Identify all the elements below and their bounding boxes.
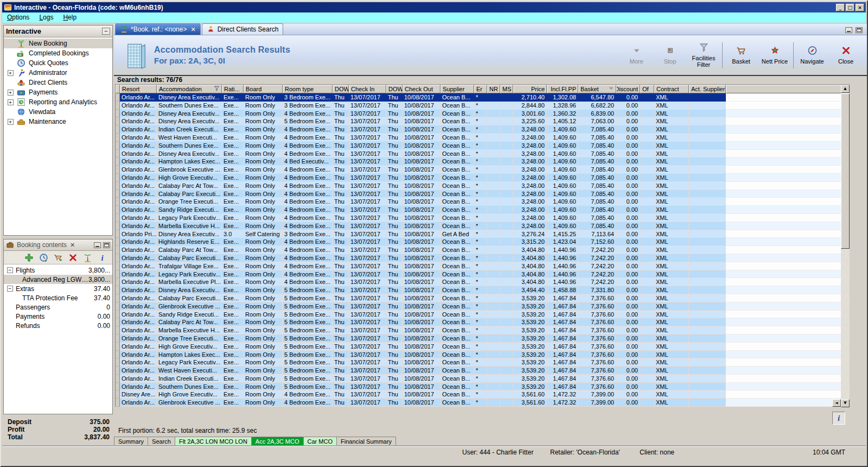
table-row[interactable]: Orlando Ar...Trafalgar Village Exe...Exe… [116, 262, 841, 270]
row-selector[interactable] [116, 157, 120, 166]
table-row[interactable]: Orlando Ar...Sandy Ridge Executi...Exe..… [116, 311, 841, 319]
table-row[interactable]: Orlando Ar...Southern Dunes Exe...Exe...… [116, 102, 841, 110]
column-header-check-in[interactable]: Check In [349, 85, 386, 93]
row-selector[interactable] [116, 206, 120, 214]
row-selector[interactable] [116, 294, 120, 302]
sidebar-item-completed-bookings[interactable]: Completed Bookings [4, 48, 112, 58]
move-to-basket-icon[interactable] [54, 253, 63, 262]
row-selector[interactable] [116, 134, 120, 142]
row-selector[interactable] [116, 230, 120, 238]
booking-item-payments[interactable]: Payments0.00 [4, 312, 112, 321]
column-header-act-supplier[interactable]: Act. Supplier [689, 85, 726, 93]
table-row[interactable]: Orlando Ar...High Grove Executiv...Exe..… [116, 174, 841, 182]
row-selector[interactable] [116, 270, 120, 279]
booking-item-passengers[interactable]: Passengers0 [4, 302, 112, 312]
sidebar-item-viewdata[interactable]: Viewdata [4, 107, 112, 117]
row-selector[interactable] [116, 286, 120, 294]
table-row[interactable]: Orlando Ar...Glenbrook Executive ...Exe.… [116, 399, 841, 407]
table-row[interactable]: Orlando Ar...Glenbrook Executive ...Exe.… [116, 166, 841, 174]
facilities-filter-button[interactable]: Facilities Filter [687, 41, 720, 70]
row-selector[interactable] [116, 375, 120, 383]
sidebar-item-quick-quotes[interactable]: Quick Quotes [4, 58, 112, 68]
row-selector[interactable] [116, 110, 120, 118]
table-row[interactable]: Orlando Ar...Hampton Lakes Exec...Exe...… [116, 351, 841, 359]
expand-icon[interactable]: + [8, 119, 14, 125]
table-row[interactable]: Orlando Ar...Highlands Reserve E...Exe..… [116, 238, 841, 246]
sidebar-item-new-booking[interactable]: New Booking [4, 39, 112, 48]
column-header-board[interactable]: Board [244, 85, 283, 93]
menu-item-help[interactable]: Help [58, 12, 81, 22]
sidebar-item-direct-clients[interactable]: Direct Clients [4, 78, 112, 87]
menu-item-options[interactable]: Options [2, 12, 34, 22]
subtab-acc-2a-3c-mco[interactable]: Acc 2A,3C MCO [251, 437, 304, 446]
table-row[interactable]: Orlando Ar...Sandy Ridge Executi...Exe..… [116, 206, 841, 214]
close-window-button[interactable]: × [856, 4, 864, 11]
holiday-icon[interactable] [83, 253, 92, 262]
column-header-resort[interactable]: Resort [120, 85, 157, 93]
table-row[interactable]: Orlando Ar...Calabay Parc At Tow...Exe..… [116, 246, 841, 254]
scroll-down-button[interactable]: ▼ [841, 399, 850, 407]
row-selector[interactable] [116, 174, 120, 182]
table-row[interactable]: Orlando Ar...Disney Area Executiv...Exe.… [116, 150, 841, 158]
row-selector[interactable] [116, 326, 120, 335]
filter-funnel-icon[interactable] [214, 85, 220, 93]
sidebar-item-administrator[interactable]: +Administrator [4, 68, 112, 78]
column-header-nr[interactable]: NR [487, 85, 500, 93]
delete-icon[interactable] [68, 253, 78, 262]
table-row[interactable]: Orlando Ar...Legacy Park Executiv...Exe.… [116, 358, 841, 367]
column-header-contract[interactable]: Contract [654, 85, 689, 93]
scroll-up-button[interactable]: ▲ [841, 85, 850, 93]
column-header-dow[interactable]: DOW [386, 85, 403, 93]
sidebar-item-payments[interactable]: +Payments [4, 87, 112, 97]
info-icon[interactable]: i [98, 253, 107, 262]
row-selector[interactable] [116, 214, 120, 222]
subtab-financial-summary[interactable]: Financial Summary [336, 437, 396, 446]
booking-item-tta-protection-fee[interactable]: TTA Protection Fee37.40 [4, 293, 112, 302]
collapse-icon[interactable]: − [7, 267, 13, 273]
row-selector[interactable] [116, 383, 120, 391]
row-selector[interactable] [116, 343, 120, 351]
tab-book-ref-none[interactable]: *Book. ref.: <none>✕ [115, 23, 201, 35]
row-selector[interactable] [116, 358, 120, 367]
table-row[interactable]: Orlando Ar...Marbella Executive H...Exe.… [116, 222, 841, 230]
table-row[interactable]: Orlando Ar...Calabay Parc Executi...Exe.… [116, 294, 841, 302]
row-selector[interactable] [116, 302, 120, 311]
minimize-window-button[interactable]: _ [836, 4, 845, 11]
table-row[interactable]: Orlando Ar...Hampton Lakes Exec...Exe...… [116, 157, 841, 166]
row-selector[interactable] [116, 351, 120, 359]
row-selector[interactable] [116, 311, 120, 319]
row-selector[interactable] [116, 318, 120, 326]
table-row[interactable]: Orlando Ar...Orange Tree Executi...Exe..… [116, 335, 841, 343]
column-header-rati[interactable]: Rati... [222, 85, 244, 93]
table-row[interactable]: Orlando Ar...Disney Area Executiv...Exe.… [116, 286, 841, 294]
row-selector[interactable] [116, 367, 120, 375]
maximize-window-button[interactable]: □ [846, 4, 854, 11]
table-row[interactable]: Orlando Ar...Disney Area Executiv...Exe.… [116, 93, 841, 102]
table-row[interactable]: Orlando Ar...West Haven Executi...Exe...… [116, 134, 841, 142]
booking-item-advanced-reg-lgw-mco[interactable]: Advanced Reg LGW>MCO3,800... [4, 275, 112, 284]
nett-price-button[interactable]: Nett Price [758, 41, 792, 70]
restore-document-icon[interactable] [856, 27, 863, 33]
table-row[interactable]: Disney Are...High Grove Executiv...Exe..… [116, 390, 841, 399]
booking-item-flights[interactable]: −Flights3,800... [4, 266, 112, 275]
column-header-supplier[interactable]: Supplier [441, 85, 474, 93]
table-row[interactable]: Orlando Ar...Disney Area Executiv...Exe.… [116, 117, 841, 125]
table-row[interactable]: Orlando Ar...West Haven Executi...Exe...… [116, 367, 841, 375]
row-selector[interactable] [116, 142, 120, 150]
table-row[interactable]: Orlando Ar...Glenbrook Executive ...Exe.… [116, 302, 841, 311]
table-row[interactable]: Orlando Ar...Calabay Parc Executi...Exe.… [116, 254, 841, 262]
column-header-ms[interactable]: MS [500, 85, 513, 93]
column-header-er[interactable]: Er [474, 85, 487, 93]
vertical-scrollbar[interactable]: ▲ ▼ [841, 85, 850, 407]
table-row[interactable]: Orlando Pri...Disney Area Executiv...3.0… [116, 230, 841, 238]
table-row[interactable]: Orlando Ar...Southern Dunes Exe...Exe...… [116, 383, 841, 391]
row-selector[interactable] [116, 399, 120, 407]
booking-item-extras[interactable]: −Extras37.40 [4, 284, 112, 293]
column-header-of[interactable]: Of [640, 85, 654, 93]
table-row[interactable]: Orlando Ar...Indian Creek Executi...Exe.… [116, 375, 841, 383]
tab-direct-clients-search[interactable]: Direct Clients Search [202, 23, 284, 35]
column-header-accommodation[interactable]: Accommodation [157, 85, 222, 93]
column-header-basket[interactable]: Basket [578, 85, 616, 93]
table-row[interactable]: Orlando Ar...Calabay Parc Executi...Exe.… [116, 190, 841, 198]
sidebar-item-maintenance[interactable]: +Maintenance [4, 117, 112, 127]
